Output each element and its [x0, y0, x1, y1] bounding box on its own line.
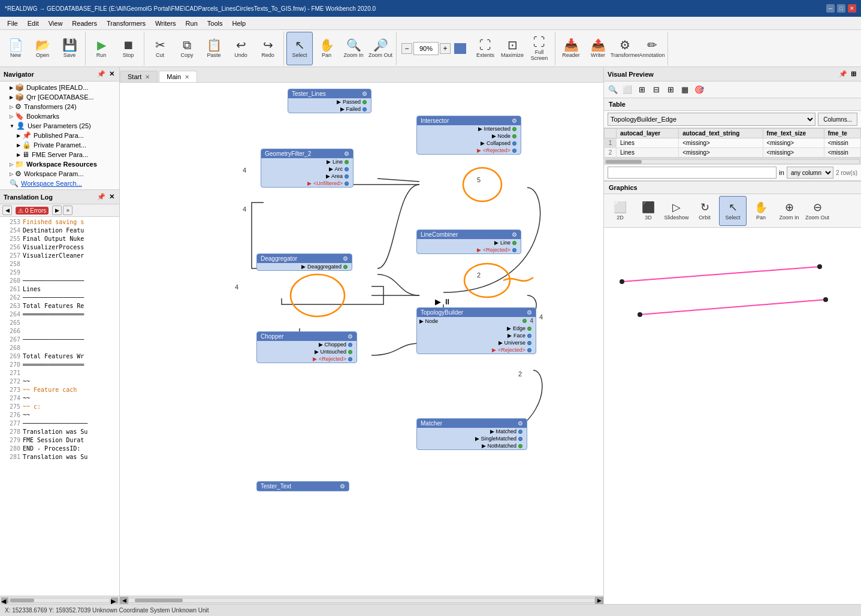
transformer-button[interactable]: ⚙Transformer: [612, 32, 638, 65]
nav-item-fme-server[interactable]: ▶ 🖥 FME Server Para...: [0, 150, 119, 159]
data-table-container[interactable]: autocad_layer autocad_text_string fme_te…: [604, 128, 861, 158]
zoom-plus-button[interactable]: +: [440, 43, 451, 54]
line-combiner-node[interactable]: LineCombiner ⚙ ▶ Line ▶ <Rejected>: [416, 230, 521, 254]
vp-tool-2[interactable]: ⬜: [621, 83, 634, 96]
menu-run[interactable]: Run: [181, 19, 203, 28]
save-button[interactable]: 💾Save: [56, 32, 83, 65]
restore-button[interactable]: □: [837, 4, 845, 13]
canvas-scroll-right[interactable]: ▶: [595, 597, 603, 604]
cut-button[interactable]: ✂Cut: [147, 32, 173, 65]
canvas[interactable]: 4 4 5 2 2 4 4 Tester_: [120, 83, 603, 596]
log-pin[interactable]: 📌: [97, 193, 105, 201]
run-button[interactable]: ▶Run: [88, 32, 114, 65]
graphics-canvas[interactable]: [604, 228, 861, 604]
zoom-input[interactable]: [413, 42, 439, 55]
writer-button[interactable]: 📤Writer: [585, 32, 611, 65]
vp-tool-3[interactable]: ⊞: [635, 83, 648, 96]
menu-writers[interactable]: Writers: [150, 19, 181, 28]
pan-graphics-button[interactable]: ✋ Pan: [747, 196, 775, 226]
gear-icon[interactable]: ⚙: [527, 309, 532, 316]
zoom-slider-thumb[interactable]: [454, 43, 466, 54]
maximize-button[interactable]: ⊡Maximize: [499, 32, 525, 65]
vp-tool-6[interactable]: ▦: [678, 83, 691, 96]
3d-button[interactable]: ⬛ 3D: [635, 196, 662, 226]
columns-button[interactable]: Columns...: [818, 113, 857, 126]
intersector-node[interactable]: Intersector ⚙ ▶ Intersected ▶ Node ▶ Col…: [416, 116, 521, 155]
nav-item-transformers[interactable]: ▷ ⚙ Transformers (24): [0, 102, 119, 111]
matcher-node[interactable]: Matcher ⚙ ▶ Matched ▶ SingleMatched ▶ No…: [416, 418, 527, 450]
extents-button[interactable]: ⛶Extents: [472, 32, 499, 65]
geometry-filter-node[interactable]: GeometryFilter_2 ⚙ ▶ Line ▶ Arc ▶ Area ▶…: [261, 149, 354, 188]
table-scroll-thumb[interactable]: [606, 160, 642, 164]
undo-button[interactable]: ↩Undo: [228, 32, 254, 65]
tester-lines-node[interactable]: Tester_Lines ⚙ ▶ Passed ▶ Failed: [288, 89, 371, 113]
open-button[interactable]: 📂Open: [29, 32, 56, 65]
vp-pin[interactable]: 📌: [839, 70, 847, 78]
menu-transformers[interactable]: Transformers: [102, 19, 150, 28]
menu-tools[interactable]: Tools: [203, 19, 228, 28]
select-button[interactable]: ↖Select: [286, 32, 313, 65]
redo-button[interactable]: ↪Redo: [255, 32, 281, 65]
navigator-pin[interactable]: 📌: [97, 70, 105, 78]
gear-icon[interactable]: ⚙: [518, 420, 523, 427]
canvas-scroll-left[interactable]: ◀: [120, 597, 128, 604]
nav-item-user-params[interactable]: ▼ 👤 User Parameters (25): [0, 121, 119, 131]
nav-item-duplicates[interactable]: ▶ 📦 Duplicates [REALD...: [0, 83, 119, 92]
log-next-button[interactable]: ▶: [52, 206, 62, 215]
log-expand-button[interactable]: »: [63, 206, 72, 215]
tab-main-close[interactable]: ✕: [185, 74, 189, 80]
close-button[interactable]: ✕: [848, 4, 856, 13]
log-scroll-thumb[interactable]: [10, 599, 34, 602]
menu-help[interactable]: Help: [227, 19, 250, 28]
pan-button[interactable]: ✋Pan: [313, 32, 340, 65]
gear-icon[interactable]: ⚙: [340, 483, 345, 490]
nav-item-bookmarks[interactable]: ▷ 🔖 Bookmarks: [0, 111, 119, 121]
nav-item-label[interactable]: Workspace Search...: [21, 180, 82, 187]
orbit-button[interactable]: ↻ Orbit: [691, 196, 718, 226]
zoom-minus-button[interactable]: −: [401, 43, 412, 54]
gear-icon[interactable]: ⚙: [348, 333, 353, 340]
log-scroll-right[interactable]: ▶: [111, 597, 118, 603]
topology-builder-node[interactable]: ▶ ⏸ TopologyBuilder ⚙ ▶ Node4 ▶ Edge ▶ F…: [416, 307, 536, 354]
nav-item-workspace-search[interactable]: 🔍 Workspace Search...: [0, 179, 119, 188]
tb-icon-2[interactable]: ⏸: [443, 297, 451, 306]
nav-item-workspace-params[interactable]: ▷ ⚙ Workspace Param...: [0, 169, 119, 179]
menu-view[interactable]: View: [44, 19, 68, 28]
vp-tool-5[interactable]: ⊞: [664, 83, 677, 96]
log-content[interactable]: 253Finished saving s 254Destination Feat…: [0, 217, 119, 596]
gear-icon[interactable]: ⚙: [512, 117, 517, 124]
slideshow-button[interactable]: ▷ Slideshow: [663, 196, 690, 226]
select-graphics-button[interactable]: ↖ Select: [719, 196, 747, 226]
menu-edit[interactable]: Edit: [23, 19, 44, 28]
log-scroll-bar[interactable]: ◀ ▶: [0, 596, 119, 604]
vp-tool-1[interactable]: 🔍: [606, 83, 620, 96]
topology-builder-edge-select[interactable]: TopologyBuilder_Edge: [608, 113, 815, 126]
nav-item-published[interactable]: ▶ 📌 Published Para...: [0, 131, 119, 140]
zoom-out-graphics-button[interactable]: ⊖ Zoom Out: [803, 196, 831, 226]
nav-item-qrr[interactable]: ▶ 📦 Qrr [GEODATABASE...: [0, 92, 119, 102]
tab-start[interactable]: Start ✕: [120, 71, 158, 82]
minimize-button[interactable]: ─: [826, 4, 835, 13]
vp-tool-7[interactable]: 🎯: [693, 83, 706, 96]
full-screen-button[interactable]: ⛶Full Screen: [526, 32, 552, 65]
new-button[interactable]: 📄New: [2, 32, 29, 65]
log-close[interactable]: ✕: [107, 193, 116, 201]
vp-tool-4[interactable]: ⊟: [649, 83, 663, 96]
tab-start-close[interactable]: ✕: [145, 74, 150, 80]
log-prev-button[interactable]: ◀: [2, 206, 12, 215]
gear-icon[interactable]: ⚙: [343, 255, 348, 262]
menu-file[interactable]: File: [2, 19, 23, 28]
2d-button[interactable]: ⬜ 2D: [606, 196, 634, 226]
gear-icon[interactable]: ⚙: [362, 90, 367, 97]
zoom-in-button[interactable]: 🔍Zoom In: [340, 32, 367, 65]
vp-expand[interactable]: ⊞: [849, 70, 857, 78]
reader-button[interactable]: 📥Reader: [558, 32, 584, 65]
canvas-hscroll[interactable]: ◀ ▶: [120, 596, 603, 604]
annotation-button[interactable]: ✏Annotation: [639, 32, 665, 65]
tab-main[interactable]: Main ✕: [159, 71, 197, 82]
zoom-in-graphics-button[interactable]: ⊕ Zoom In: [775, 196, 803, 226]
menu-readers[interactable]: Readers: [67, 19, 102, 28]
nav-item-private[interactable]: ▶ 🔒 Private Paramet...: [0, 140, 119, 150]
deaggregator-node[interactable]: Deaggregator ⚙ ▶ Deaggregated: [256, 253, 352, 271]
log-scroll-left[interactable]: ◀: [1, 597, 8, 603]
